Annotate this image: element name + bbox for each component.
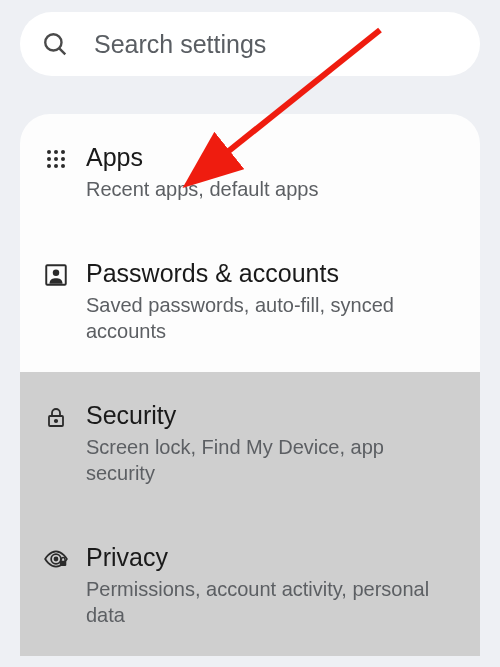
account-box-icon — [42, 261, 70, 289]
item-title: Privacy — [86, 542, 458, 572]
svg-point-15 — [54, 557, 59, 562]
item-subtitle: Screen lock, Find My Device, app securit… — [86, 434, 458, 486]
settings-item-apps[interactable]: Apps Recent apps, default apps — [20, 114, 480, 230]
svg-point-9 — [54, 164, 58, 168]
lock-icon — [42, 403, 70, 431]
svg-point-10 — [61, 164, 65, 168]
privacy-eye-icon — [42, 545, 70, 573]
svg-point-7 — [61, 157, 65, 161]
svg-point-6 — [54, 157, 58, 161]
settings-list: Apps Recent apps, default apps Passwords… — [20, 114, 480, 656]
svg-point-12 — [53, 270, 60, 277]
svg-point-4 — [61, 150, 65, 154]
item-text: Security Screen lock, Find My Device, ap… — [86, 400, 458, 486]
item-subtitle: Recent apps, default apps — [86, 176, 458, 202]
settings-item-passwords[interactable]: Passwords & accounts Saved passwords, au… — [20, 230, 480, 372]
svg-line-1 — [60, 49, 66, 55]
svg-point-14 — [55, 420, 57, 422]
search-bar[interactable]: Search settings — [20, 12, 480, 76]
svg-point-3 — [54, 150, 58, 154]
settings-item-privacy[interactable]: Privacy Permissions, account activity, p… — [20, 514, 480, 656]
item-text: Privacy Permissions, account activity, p… — [86, 542, 458, 628]
apps-grid-icon — [42, 145, 70, 173]
item-title: Passwords & accounts — [86, 258, 458, 288]
settings-item-security[interactable]: Security Screen lock, Find My Device, ap… — [20, 372, 480, 514]
svg-point-8 — [47, 164, 51, 168]
svg-point-0 — [45, 34, 61, 50]
search-placeholder: Search settings — [94, 30, 266, 59]
item-text: Apps Recent apps, default apps — [86, 142, 458, 202]
item-subtitle: Saved passwords, auto-fill, synced accou… — [86, 292, 458, 344]
item-subtitle: Permissions, account activity, personal … — [86, 576, 458, 628]
item-title: Security — [86, 400, 458, 430]
search-icon — [42, 31, 68, 57]
svg-rect-16 — [60, 561, 67, 566]
svg-point-2 — [47, 150, 51, 154]
item-text: Passwords & accounts Saved passwords, au… — [86, 258, 458, 344]
item-title: Apps — [86, 142, 458, 172]
svg-point-5 — [47, 157, 51, 161]
